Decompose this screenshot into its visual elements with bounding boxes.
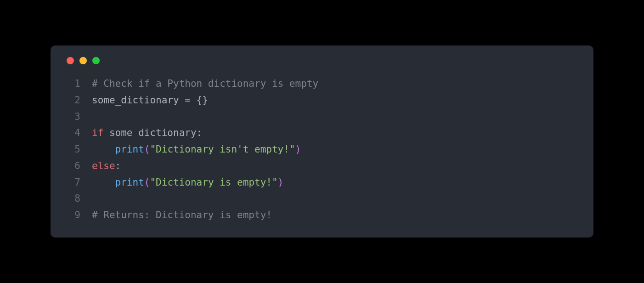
code-token — [92, 144, 115, 155]
code-line: 1# Check if a Python dictionary is empty — [64, 76, 580, 92]
code-token: ( — [144, 144, 150, 155]
code-token: if — [92, 127, 103, 138]
code-editor-window: 1# Check if a Python dictionary is empty… — [51, 45, 593, 237]
line-content: else: — [92, 158, 580, 175]
code-line: 4if some_dictionary: — [64, 125, 580, 142]
line-number: 1 — [64, 76, 80, 92]
code-token: "Dictionary is empty!" — [150, 177, 277, 188]
code-token: print — [115, 144, 144, 155]
code-token: : — [115, 160, 121, 171]
close-icon[interactable] — [67, 57, 74, 64]
code-token: ( — [144, 177, 150, 188]
code-token: "Dictionary isn't empty!" — [150, 144, 295, 155]
line-content: some_dictionary = {} — [92, 92, 580, 109]
code-token: ) — [295, 144, 301, 155]
line-content — [92, 109, 580, 125]
code-token: # Check if a Python dictionary is empty — [92, 78, 318, 89]
line-number: 6 — [64, 158, 80, 175]
line-content: if some_dictionary: — [92, 125, 580, 142]
code-token: else — [92, 160, 115, 171]
code-token: some_dictionary — [103, 127, 196, 138]
code-area[interactable]: 1# Check if a Python dictionary is empty… — [64, 76, 580, 223]
line-content: print("Dictionary is empty!") — [92, 175, 580, 191]
code-line: 9# Returns: Dictionary is empty! — [64, 207, 580, 224]
line-number: 3 — [64, 109, 80, 125]
code-token: ) — [278, 177, 284, 188]
code-token — [191, 95, 197, 106]
code-token: # Returns: Dictionary is empty! — [92, 209, 272, 221]
code-line: 6else: — [64, 158, 580, 175]
code-token: = — [185, 95, 191, 106]
code-token — [92, 177, 115, 188]
line-number: 2 — [64, 92, 80, 109]
code-line: 7 print("Dictionary is empty!") — [64, 175, 580, 191]
line-content: # Check if a Python dictionary is empty — [92, 76, 580, 92]
code-line: 8 — [64, 191, 580, 207]
line-number: 4 — [64, 125, 80, 142]
line-number: 9 — [64, 207, 80, 224]
code-token: print — [115, 177, 144, 188]
line-content: print("Dictionary isn't empty!") — [92, 142, 580, 158]
line-number: 8 — [64, 191, 80, 207]
maximize-icon[interactable] — [92, 57, 100, 64]
code-line: 3 — [64, 109, 580, 125]
code-line: 2some_dictionary = {} — [64, 92, 580, 109]
code-token: : — [197, 127, 203, 138]
code-token: {} — [197, 95, 208, 106]
code-token: some_dictionary — [92, 95, 185, 106]
line-content — [92, 191, 580, 207]
line-number: 7 — [64, 175, 80, 191]
minimize-icon[interactable] — [79, 57, 87, 64]
line-number: 5 — [64, 142, 80, 158]
code-line: 5 print("Dictionary isn't empty!") — [64, 142, 580, 158]
window-controls — [64, 57, 580, 64]
line-content: # Returns: Dictionary is empty! — [92, 207, 580, 224]
